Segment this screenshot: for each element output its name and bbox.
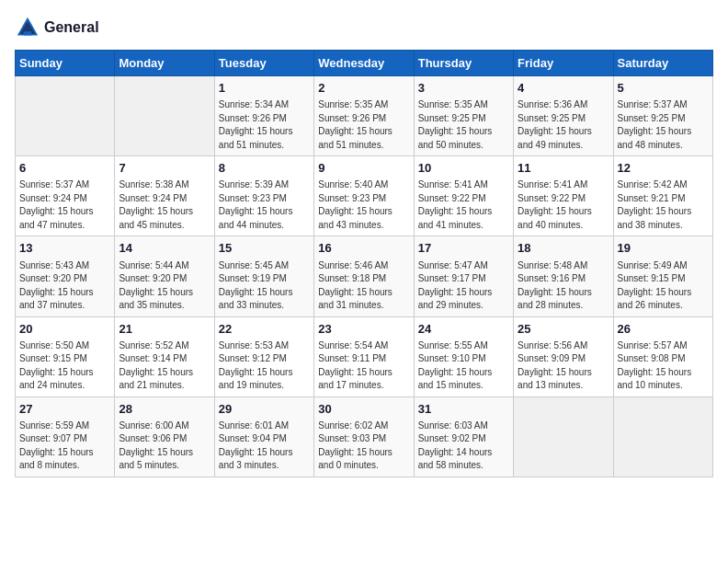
day-number: 3 xyxy=(418,80,509,97)
day-header-monday: Monday xyxy=(115,51,214,76)
day-info: Sunrise: 5:54 AMSunset: 9:11 PMDaylight:… xyxy=(318,339,409,393)
day-header-sunday: Sunday xyxy=(16,51,115,76)
day-number: 26 xyxy=(618,321,709,338)
calendar-cell: 26Sunrise: 5:57 AMSunset: 9:08 PMDayligh… xyxy=(613,316,712,396)
day-info: Sunrise: 5:48 AMSunset: 9:16 PMDaylight:… xyxy=(518,259,609,313)
day-number: 5 xyxy=(618,80,709,97)
calendar-week-row: 27Sunrise: 5:59 AMSunset: 9:07 PMDayligh… xyxy=(16,396,713,477)
day-number: 23 xyxy=(318,321,409,338)
day-info: Sunrise: 5:55 AMSunset: 9:10 PMDaylight:… xyxy=(418,339,509,393)
calendar-cell: 7Sunrise: 5:38 AMSunset: 9:24 PMDaylight… xyxy=(115,156,214,236)
page-header: General xyxy=(15,15,713,40)
day-info: Sunrise: 5:50 AMSunset: 9:15 PMDaylight:… xyxy=(19,339,110,393)
calendar-cell: 2Sunrise: 5:35 AMSunset: 9:26 PMDaylight… xyxy=(314,76,414,156)
day-header-friday: Friday xyxy=(514,51,613,76)
calendar-cell: 29Sunrise: 6:01 AMSunset: 9:04 PMDayligh… xyxy=(214,396,313,477)
day-info: Sunrise: 5:36 AMSunset: 9:25 PMDaylight:… xyxy=(518,98,609,152)
day-number: 29 xyxy=(219,401,310,418)
day-number: 9 xyxy=(318,160,409,177)
day-info: Sunrise: 5:59 AMSunset: 9:07 PMDaylight:… xyxy=(19,419,110,473)
day-number: 27 xyxy=(19,401,110,418)
day-number: 30 xyxy=(318,401,409,418)
calendar-cell: 6Sunrise: 5:37 AMSunset: 9:24 PMDaylight… xyxy=(16,156,115,236)
calendar-cell xyxy=(514,396,613,477)
calendar-cell: 23Sunrise: 5:54 AMSunset: 9:11 PMDayligh… xyxy=(314,316,414,396)
calendar-cell: 24Sunrise: 5:55 AMSunset: 9:10 PMDayligh… xyxy=(414,316,513,396)
calendar-cell: 9Sunrise: 5:40 AMSunset: 9:23 PMDaylight… xyxy=(314,156,414,236)
day-header-saturday: Saturday xyxy=(613,51,712,76)
calendar-cell: 5Sunrise: 5:37 AMSunset: 9:25 PMDaylight… xyxy=(613,76,712,156)
calendar-cell: 30Sunrise: 6:02 AMSunset: 9:03 PMDayligh… xyxy=(314,396,414,477)
day-number: 17 xyxy=(418,240,509,257)
calendar-cell: 3Sunrise: 5:35 AMSunset: 9:25 PMDaylight… xyxy=(414,76,513,156)
day-info: Sunrise: 5:41 AMSunset: 9:22 PMDaylight:… xyxy=(418,178,509,232)
calendar-cell xyxy=(16,76,115,156)
calendar-cell: 27Sunrise: 5:59 AMSunset: 9:07 PMDayligh… xyxy=(16,396,115,477)
day-number: 14 xyxy=(119,240,210,257)
calendar-cell: 20Sunrise: 5:50 AMSunset: 9:15 PMDayligh… xyxy=(16,316,115,396)
day-number: 28 xyxy=(119,401,210,418)
day-info: Sunrise: 5:45 AMSunset: 9:19 PMDaylight:… xyxy=(219,259,310,313)
day-info: Sunrise: 5:41 AMSunset: 9:22 PMDaylight:… xyxy=(518,178,609,232)
logo: General xyxy=(15,15,99,40)
day-info: Sunrise: 5:40 AMSunset: 9:23 PMDaylight:… xyxy=(318,178,409,232)
day-info: Sunrise: 6:01 AMSunset: 9:04 PMDaylight:… xyxy=(219,419,310,473)
calendar-cell: 25Sunrise: 5:56 AMSunset: 9:09 PMDayligh… xyxy=(514,316,613,396)
day-info: Sunrise: 5:57 AMSunset: 9:08 PMDaylight:… xyxy=(618,339,709,393)
day-number: 20 xyxy=(19,321,110,338)
day-number: 10 xyxy=(418,160,509,177)
day-info: Sunrise: 5:38 AMSunset: 9:24 PMDaylight:… xyxy=(119,178,210,232)
day-info: Sunrise: 5:34 AMSunset: 9:26 PMDaylight:… xyxy=(219,98,310,152)
day-number: 18 xyxy=(518,240,609,257)
day-number: 6 xyxy=(19,160,110,177)
day-info: Sunrise: 6:03 AMSunset: 9:02 PMDaylight:… xyxy=(418,419,509,473)
calendar-week-row: 1Sunrise: 5:34 AMSunset: 9:26 PMDaylight… xyxy=(16,76,713,156)
day-number: 24 xyxy=(418,321,509,338)
day-header-wednesday: Wednesday xyxy=(314,51,414,76)
calendar-week-row: 20Sunrise: 5:50 AMSunset: 9:15 PMDayligh… xyxy=(16,316,713,396)
day-number: 2 xyxy=(318,80,409,97)
day-info: Sunrise: 5:56 AMSunset: 9:09 PMDaylight:… xyxy=(518,339,609,393)
logo-text: General xyxy=(44,19,99,36)
day-number: 4 xyxy=(518,80,609,97)
day-info: Sunrise: 5:37 AMSunset: 9:24 PMDaylight:… xyxy=(19,178,110,232)
svg-rect-2 xyxy=(24,31,31,35)
day-info: Sunrise: 5:49 AMSunset: 9:15 PMDaylight:… xyxy=(618,259,709,313)
calendar-week-row: 13Sunrise: 5:43 AMSunset: 9:20 PMDayligh… xyxy=(16,236,713,316)
calendar-cell: 31Sunrise: 6:03 AMSunset: 9:02 PMDayligh… xyxy=(414,396,513,477)
calendar-cell: 28Sunrise: 6:00 AMSunset: 9:06 PMDayligh… xyxy=(115,396,214,477)
calendar-cell: 10Sunrise: 5:41 AMSunset: 9:22 PMDayligh… xyxy=(414,156,513,236)
calendar-cell: 21Sunrise: 5:52 AMSunset: 9:14 PMDayligh… xyxy=(115,316,214,396)
day-info: Sunrise: 5:44 AMSunset: 9:20 PMDaylight:… xyxy=(119,259,210,313)
calendar-cell: 22Sunrise: 5:53 AMSunset: 9:12 PMDayligh… xyxy=(214,316,313,396)
day-number: 25 xyxy=(518,321,609,338)
calendar-cell xyxy=(115,76,214,156)
day-info: Sunrise: 5:35 AMSunset: 9:25 PMDaylight:… xyxy=(418,98,509,152)
day-number: 15 xyxy=(219,240,310,257)
day-info: Sunrise: 5:46 AMSunset: 9:18 PMDaylight:… xyxy=(318,259,409,313)
calendar-cell: 16Sunrise: 5:46 AMSunset: 9:18 PMDayligh… xyxy=(314,236,414,316)
day-info: Sunrise: 5:52 AMSunset: 9:14 PMDaylight:… xyxy=(119,339,210,393)
calendar-cell: 1Sunrise: 5:34 AMSunset: 9:26 PMDaylight… xyxy=(214,76,313,156)
calendar-cell: 17Sunrise: 5:47 AMSunset: 9:17 PMDayligh… xyxy=(414,236,513,316)
day-info: Sunrise: 5:43 AMSunset: 9:20 PMDaylight:… xyxy=(19,259,110,313)
day-info: Sunrise: 5:37 AMSunset: 9:25 PMDaylight:… xyxy=(618,98,709,152)
calendar-cell: 19Sunrise: 5:49 AMSunset: 9:15 PMDayligh… xyxy=(613,236,712,316)
calendar-header-row: SundayMondayTuesdayWednesdayThursdayFrid… xyxy=(16,51,713,76)
calendar-cell: 11Sunrise: 5:41 AMSunset: 9:22 PMDayligh… xyxy=(514,156,613,236)
calendar-table: SundayMondayTuesdayWednesdayThursdayFrid… xyxy=(15,50,713,477)
day-number: 8 xyxy=(219,160,310,177)
logo-icon xyxy=(15,15,40,40)
day-info: Sunrise: 5:42 AMSunset: 9:21 PMDaylight:… xyxy=(618,178,709,232)
day-number: 12 xyxy=(618,160,709,177)
day-number: 21 xyxy=(119,321,210,338)
day-info: Sunrise: 6:02 AMSunset: 9:03 PMDaylight:… xyxy=(318,419,409,473)
day-number: 11 xyxy=(518,160,609,177)
day-info: Sunrise: 6:00 AMSunset: 9:06 PMDaylight:… xyxy=(119,419,210,473)
day-number: 7 xyxy=(119,160,210,177)
calendar-cell: 12Sunrise: 5:42 AMSunset: 9:21 PMDayligh… xyxy=(613,156,712,236)
day-number: 1 xyxy=(219,80,310,97)
calendar-cell: 4Sunrise: 5:36 AMSunset: 9:25 PMDaylight… xyxy=(514,76,613,156)
day-info: Sunrise: 5:39 AMSunset: 9:23 PMDaylight:… xyxy=(219,178,310,232)
day-number: 31 xyxy=(418,401,509,418)
